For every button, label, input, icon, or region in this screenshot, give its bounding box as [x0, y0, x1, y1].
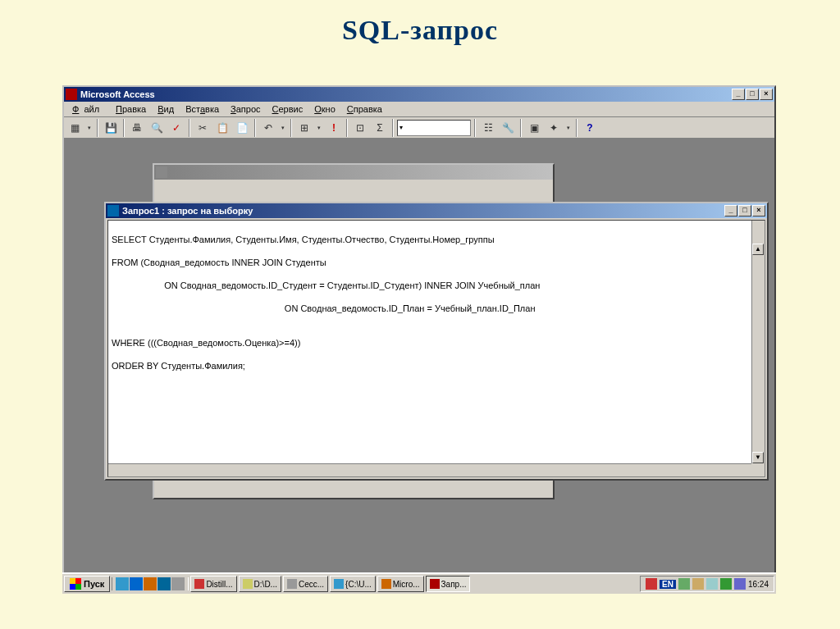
- task-button[interactable]: D:\D...: [239, 576, 281, 592]
- window-icon: [156, 166, 167, 178]
- sql-line: ORDER BY Студенты.Фамилия;: [112, 360, 761, 371]
- tray-icon[interactable]: [734, 578, 746, 590]
- preview-button[interactable]: 🔍: [148, 119, 166, 137]
- menu-view[interactable]: Вид: [153, 103, 179, 115]
- query-window: Запрос1 : запрос на выборку _ □ × SELECT…: [104, 202, 769, 481]
- query-maximize-button[interactable]: □: [738, 205, 751, 217]
- sql-line: SELECT Студенты.Фамилия, Студенты.Имя, С…: [112, 234, 761, 245]
- db-window-button[interactable]: ▣: [525, 119, 543, 137]
- scroll-up-icon[interactable]: ▲: [752, 244, 764, 255]
- tray-icon[interactable]: [692, 578, 704, 590]
- ql-outlook-icon[interactable]: [144, 577, 157, 590]
- task-button-active[interactable]: Запр...: [426, 576, 471, 592]
- slide-title: SQL-запрос: [0, 0, 840, 54]
- titlebar: Microsoft Access _ □ ×: [64, 87, 774, 102]
- new-object-dropdown[interactable]: ▾: [564, 119, 573, 137]
- menu-tools[interactable]: Сервис: [267, 103, 308, 115]
- sql-editor[interactable]: SELECT Студенты.Фамилия, Студенты.Имя, С…: [107, 220, 765, 477]
- query-icon: [107, 205, 119, 217]
- vertical-scrollbar[interactable]: ▲ ▼: [751, 221, 765, 463]
- menu-edit[interactable]: Правка: [111, 103, 151, 115]
- maximize-button[interactable]: □: [746, 89, 759, 100]
- taskbar: Пуск Distill... D:\D... Сесс... {C:\U...…: [62, 572, 776, 594]
- query-minimize-button[interactable]: _: [724, 205, 737, 217]
- properties-button[interactable]: ☷: [479, 119, 497, 137]
- task-icon: [430, 579, 440, 589]
- menu-insert[interactable]: Вставка: [180, 103, 224, 115]
- tray-icon[interactable]: [706, 578, 718, 590]
- scroll-down-icon[interactable]: ▼: [752, 452, 764, 463]
- totals-button[interactable]: Σ: [371, 119, 389, 137]
- querytype-dropdown[interactable]: ▾: [315, 119, 323, 137]
- save-button[interactable]: 💾: [102, 119, 120, 137]
- menu-help[interactable]: Справка: [342, 103, 387, 115]
- copy-button[interactable]: 📋: [213, 119, 231, 137]
- run-button[interactable]: !: [325, 119, 343, 137]
- scroll-corner: [751, 463, 765, 476]
- show-table-button[interactable]: ⊡: [351, 119, 369, 137]
- task-button[interactable]: Micro...: [377, 576, 424, 592]
- tray-icon[interactable]: [678, 578, 690, 590]
- tray-icon[interactable]: [646, 578, 657, 590]
- view-dropdown[interactable]: ▾: [85, 119, 94, 137]
- mdi-area: Запрос1 : запрос на выборку _ □ × SELECT…: [64, 139, 774, 576]
- clock[interactable]: 16:24: [748, 580, 769, 589]
- query-close-button[interactable]: ×: [752, 205, 765, 217]
- close-button[interactable]: ×: [760, 89, 773, 100]
- menu-query[interactable]: Запрос: [226, 103, 265, 115]
- task-icon: [334, 579, 344, 589]
- undo-button[interactable]: ↶: [259, 119, 277, 137]
- paste-button[interactable]: 📄: [233, 119, 251, 137]
- help-button[interactable]: ?: [581, 119, 599, 137]
- task-icon: [287, 579, 297, 589]
- view-button[interactable]: ▦: [66, 119, 84, 137]
- query-window-title: Запрос1 : запрос на выборку: [122, 206, 724, 216]
- querytype-button[interactable]: ⊞: [295, 119, 313, 137]
- task-button[interactable]: {C:\U...: [330, 576, 376, 592]
- menubar: Файл Правка Вид Вставка Запрос Сервис Ок…: [64, 102, 774, 117]
- windows-logo-icon: [70, 578, 81, 590]
- task-button[interactable]: Сесс...: [283, 576, 328, 592]
- app-title: Microsoft Access: [80, 89, 732, 99]
- sql-line: ON Сводная_ведомость.ID_Студент = Студен…: [112, 280, 761, 291]
- top-values-dropdown[interactable]: [397, 120, 471, 136]
- ql-explorer-icon[interactable]: [158, 577, 171, 590]
- cut-button[interactable]: ✂: [194, 119, 212, 137]
- query-titlebar[interactable]: Запрос1 : запрос на выборку _ □ ×: [106, 203, 767, 218]
- ql-ie-icon[interactable]: [130, 577, 143, 590]
- system-tray: EN 16:24: [640, 576, 774, 592]
- start-button[interactable]: Пуск: [64, 576, 110, 592]
- task-icon: [243, 579, 253, 589]
- minimize-button[interactable]: _: [732, 89, 745, 100]
- task-button[interactable]: Distill...: [190, 576, 236, 592]
- background-titlebar[interactable]: [154, 165, 553, 180]
- language-indicator[interactable]: EN: [660, 580, 676, 589]
- sql-line: FROM (Сводная_ведомость INNER JOIN Студе…: [112, 257, 761, 268]
- horizontal-scrollbar[interactable]: ◀ ▶: [108, 463, 751, 476]
- ql-desktop-icon[interactable]: [116, 577, 129, 590]
- access-window: Microsoft Access _ □ × Файл Правка Вид В…: [62, 85, 776, 594]
- tray-icon[interactable]: [720, 578, 732, 590]
- task-icon: [381, 579, 391, 589]
- quick-launch: [112, 577, 189, 590]
- sql-line: ON Сводная_ведомость.ID_План = Учебный_п…: [112, 303, 761, 314]
- menu-file[interactable]: Файл: [67, 103, 109, 115]
- undo-dropdown[interactable]: ▾: [279, 119, 287, 137]
- start-label: Пуск: [84, 579, 104, 589]
- print-button[interactable]: 🖶: [128, 119, 146, 137]
- sql-line: WHERE (((Сводная_ведомость.Оценка)>=4)): [112, 337, 761, 349]
- new-object-button[interactable]: ✦: [545, 119, 563, 137]
- build-button[interactable]: 🔧: [499, 119, 517, 137]
- access-icon: [66, 89, 77, 100]
- task-icon: [194, 579, 204, 589]
- toolbar: ▦ ▾ 💾 🖶 🔍 ✓ ✂ 📋 📄 ↶ ▾ ⊞ ▾ ! ⊡ Σ ☷ 🔧 ▣ ✦ …: [64, 117, 774, 139]
- menu-window[interactable]: Окно: [309, 103, 340, 115]
- ql-app-icon[interactable]: [171, 577, 185, 590]
- spell-button[interactable]: ✓: [167, 119, 185, 137]
